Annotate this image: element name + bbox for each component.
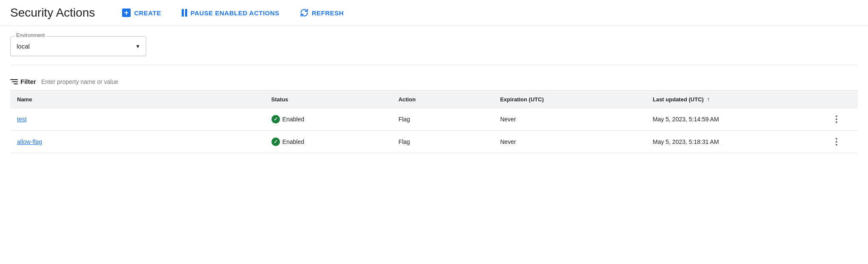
environment-dropdown[interactable]: local staging production xyxy=(10,36,146,56)
filter-button[interactable]: Filter xyxy=(10,78,36,85)
filter-icon xyxy=(10,79,18,84)
environment-label: Environment xyxy=(14,32,46,38)
column-header-action: Action xyxy=(391,91,493,108)
row-2-action: Flag xyxy=(391,131,493,153)
column-header-last-updated[interactable]: Last updated (UTC) ↑ xyxy=(646,91,815,108)
row-2-expiration: Never xyxy=(493,131,646,153)
row-1-last-updated: May 5, 2023, 5:14:59 AM xyxy=(646,108,815,131)
filter-bar: Filter xyxy=(10,74,858,89)
row-2-status: ✓ Enabled xyxy=(265,131,392,153)
row-1-expiration: Never xyxy=(493,108,646,131)
pause-icon xyxy=(182,9,187,17)
row-1-name: test xyxy=(10,108,265,131)
sort-arrow-icon: ↑ xyxy=(707,96,710,103)
row-1-more-options-button[interactable] xyxy=(822,115,851,123)
pause-enabled-actions-button[interactable]: PAUSE ENABLED ACTIONS xyxy=(180,6,281,20)
column-header-name: Name xyxy=(10,91,265,108)
row-2-last-updated: May 5, 2023, 5:18:31 AM xyxy=(646,131,815,153)
create-icon xyxy=(122,9,131,17)
table-header-row: Name Status Action Expiration (UTC) Last… xyxy=(10,91,858,108)
refresh-icon xyxy=(300,9,308,17)
column-header-status: Status xyxy=(265,91,392,108)
header-actions: CREATE PAUSE ENABLED ACTIONS xyxy=(120,5,345,20)
row-2-name: allow-flag xyxy=(10,131,265,153)
enabled-icon: ✓ xyxy=(271,115,280,123)
enabled-icon: ✓ xyxy=(271,138,280,146)
create-button[interactable]: CREATE xyxy=(120,5,163,20)
row-2-menu[interactable] xyxy=(815,131,858,153)
column-header-expiration: Expiration (UTC) xyxy=(493,91,646,108)
row-2-name-link[interactable]: allow-flag xyxy=(17,138,42,145)
row-1-action: Flag xyxy=(391,108,493,131)
row-1-menu[interactable] xyxy=(815,108,858,131)
row-2-more-options-button[interactable] xyxy=(822,138,851,146)
table-row: allow-flag ✓ Enabled Flag xyxy=(10,131,858,153)
table-row: test ✓ Enabled Flag Neve xyxy=(10,108,858,131)
environment-select-wrapper: Environment local staging production ▼ xyxy=(10,36,146,56)
row-1-name-link[interactable]: test xyxy=(17,116,27,123)
column-header-menu xyxy=(815,91,858,108)
page-header: Security Actions CREATE PAUSE ENABLED AC… xyxy=(0,0,868,26)
page-title: Security Actions xyxy=(10,6,95,20)
security-actions-table: Name Status Action Expiration (UTC) Last… xyxy=(10,90,858,153)
environment-section: Environment local staging production ▼ xyxy=(10,36,858,65)
main-content: Environment local staging production ▼ F… xyxy=(0,26,868,153)
row-1-status: ✓ Enabled xyxy=(265,108,392,131)
filter-input[interactable] xyxy=(41,78,169,85)
refresh-button[interactable]: REFRESH xyxy=(298,5,345,20)
